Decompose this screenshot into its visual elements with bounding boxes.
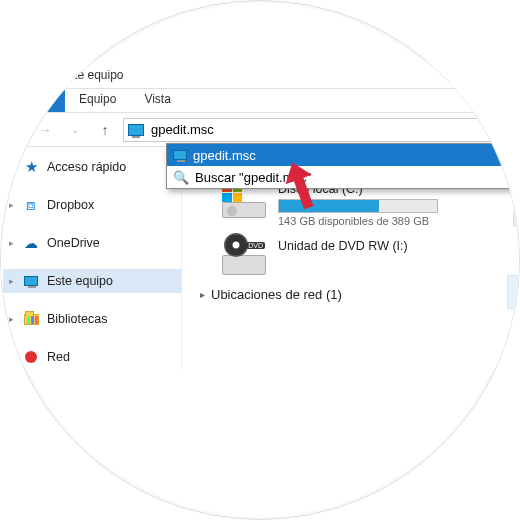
nav-pane: ▸ ★ Acceso rápido ▸ ⧈ Dropbox ▸ ☁ OneDri… xyxy=(0,147,182,369)
onedrive-icon: ☁ xyxy=(23,235,39,251)
tab-vista[interactable]: Vista xyxy=(130,89,184,112)
section-title: Ubicaciones de red (1) xyxy=(211,287,342,302)
section-network[interactable]: ▸ Ubicaciones de red (1) xyxy=(200,287,520,302)
titlebar-chevron-icon: ⌄ xyxy=(31,68,41,82)
address-suggestions-dropdown: gpedit.msc 🔍 Buscar "gpedit.msc" xyxy=(166,143,520,189)
drive-label: Unidad de DVD RW (I:) xyxy=(278,239,408,253)
sidebar-item-onedrive[interactable]: ▸ ☁ OneDrive xyxy=(3,231,181,255)
sidebar-item-red[interactable]: ▸ Red xyxy=(3,345,181,369)
dropbox-icon: ⧈ xyxy=(23,197,39,213)
chevron-right-icon: ▸ xyxy=(9,276,14,286)
recent-dropdown[interactable]: ⌄ xyxy=(63,118,87,142)
back-button[interactable]: ← xyxy=(3,118,27,142)
titlebar-divider: | xyxy=(49,68,52,82)
suggestion-item-gpedit[interactable]: gpedit.msc xyxy=(167,144,520,166)
chevron-right-icon: ▸ xyxy=(9,314,14,324)
folder-icon xyxy=(23,311,39,327)
address-bar[interactable] xyxy=(123,118,520,142)
sidebar-label: Red xyxy=(47,350,70,364)
chevron-right-icon: ▸ xyxy=(200,289,205,300)
up-button[interactable]: ↑ xyxy=(93,118,117,142)
sidebar-item-dropbox[interactable]: ▸ ⧈ Dropbox xyxy=(3,193,181,217)
sidebar-label: Este equipo xyxy=(47,274,113,288)
chevron-right-icon: ▸ xyxy=(9,238,14,248)
network-icon xyxy=(23,349,39,365)
navbar: ← → ⌄ ↑ gpedit.msc 🔍 Buscar "gpedit.msc" xyxy=(0,113,520,147)
sidebar-label: Acceso rápido xyxy=(47,160,126,174)
sidebar-label: Bibliotecas xyxy=(47,312,107,326)
drive-item-dvd[interactable]: DVD Unidad de DVD RW (I:) xyxy=(222,239,520,275)
address-input[interactable] xyxy=(148,122,520,137)
sidebar-item-libraries[interactable]: ▸ Bibliotecas xyxy=(3,307,181,331)
drive-partial-icon xyxy=(507,275,520,309)
chevron-right-icon: ▸ xyxy=(9,162,14,172)
dvd-badge: DVD xyxy=(246,242,265,249)
search-icon: 🔍 xyxy=(173,170,189,185)
sidebar-item-quick-access[interactable]: ▸ ★ Acceso rápido xyxy=(3,155,181,179)
tab-equipo[interactable]: Equipo xyxy=(65,89,130,112)
titlebar: ⌄ | Este equipo xyxy=(0,61,520,89)
star-icon: ★ xyxy=(23,159,39,175)
chevron-right-icon: ▸ xyxy=(9,352,14,362)
suggestion-item-search[interactable]: 🔍 Buscar "gpedit.msc" xyxy=(167,166,520,188)
chevron-right-icon: ▸ xyxy=(9,200,14,210)
pc-icon xyxy=(173,150,187,160)
explorer-window: ⌄ | Este equipo Archivo Equipo Vista ← →… xyxy=(0,61,520,369)
sidebar-item-this-pc[interactable]: ▸ Este equipo xyxy=(3,269,181,293)
pc-icon xyxy=(23,273,39,289)
sidebar-label: OneDrive xyxy=(47,236,100,250)
forward-button: → xyxy=(33,118,57,142)
window-title: Este equipo xyxy=(60,68,123,82)
ribbon-tabs: Archivo Equipo Vista xyxy=(0,89,520,113)
sidebar-label: Dropbox xyxy=(47,198,94,212)
drive-free-text: 143 GB disponibles de 389 GB xyxy=(278,215,438,227)
tab-archivo[interactable]: Archivo xyxy=(0,89,65,112)
drive-partial-icon xyxy=(513,211,520,227)
dvd-drive-icon: DVD xyxy=(222,239,268,275)
suggestion-label: gpedit.msc xyxy=(193,148,256,163)
pc-icon xyxy=(128,124,144,136)
